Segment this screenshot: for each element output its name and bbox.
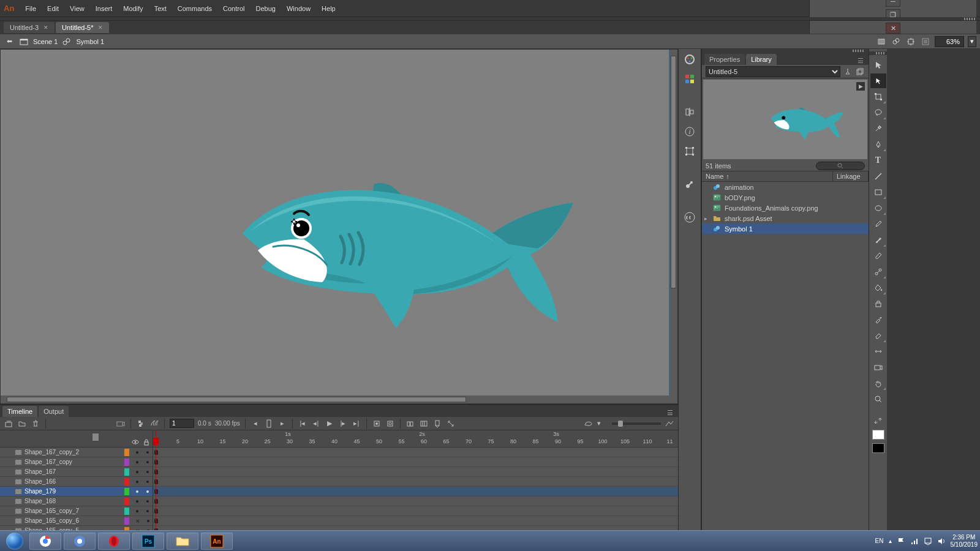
keyframe[interactable] <box>154 499 158 504</box>
visibility-dot[interactable] <box>136 451 138 454</box>
task-chrome[interactable] <box>29 533 61 550</box>
cc-libraries-icon[interactable] <box>683 211 696 224</box>
doc-tab[interactable]: Untitled-3✕ <box>4 22 55 33</box>
layer-row[interactable]: Shape_167_copy <box>0 457 153 467</box>
layer-row[interactable]: Shape_165_copy_6× <box>0 516 153 526</box>
lock-dot[interactable] <box>146 500 149 503</box>
preview-play-button[interactable]: ▶ <box>856 82 865 91</box>
scene-name[interactable]: Scene 1 <box>33 38 58 45</box>
clip-stage-button[interactable] <box>920 36 931 47</box>
layer-color-swatch[interactable] <box>124 459 129 466</box>
tray-network-icon[interactable] <box>910 537 919 545</box>
keyframe[interactable] <box>154 450 158 455</box>
keyframe[interactable] <box>154 489 158 494</box>
ink-bottle-tool[interactable] <box>870 296 886 311</box>
library-document-select[interactable]: Untitled-5 <box>706 66 840 77</box>
lock-dot[interactable] <box>146 461 149 463</box>
timeline-zoom-slider[interactable] <box>612 422 661 425</box>
tab-properties[interactable]: Properties <box>704 54 745 65</box>
visibility-dot[interactable] <box>136 490 138 493</box>
bone-tool[interactable] <box>870 264 886 279</box>
insert-keyframe-btn[interactable] <box>372 419 382 429</box>
library-item[interactable]: Foundations_Animals copy.png <box>702 203 869 213</box>
frame-row[interactable] <box>153 487 678 497</box>
frame-ruler[interactable]: 1510152025303540455055606570758085909510… <box>153 430 678 448</box>
loop-dropdown[interactable]: ▾ <box>597 419 601 427</box>
step-fwd-button[interactable]: ▸ <box>277 419 287 429</box>
minimize-button[interactable]: ─ <box>886 0 900 7</box>
visibility-dot[interactable] <box>136 500 138 503</box>
menu-window[interactable]: Window <box>282 2 315 15</box>
task-chromium[interactable] <box>64 533 96 550</box>
horizontal-scrollbar[interactable] <box>1 395 677 403</box>
tray-clock[interactable]: 2:36 PM 5/10/2019 <box>951 534 978 549</box>
marker-btn[interactable] <box>432 419 442 429</box>
panel-menu-icon[interactable]: ☰ <box>667 409 676 417</box>
scaling-btn[interactable] <box>446 419 456 429</box>
layer-height-slider[interactable] <box>92 433 99 441</box>
lock-dot[interactable] <box>147 520 149 522</box>
visibility-dot[interactable] <box>136 510 138 512</box>
layer-depth-button[interactable] <box>136 419 146 429</box>
menu-commands[interactable]: Commands <box>173 2 217 15</box>
selection-tool[interactable] <box>870 58 886 72</box>
shark-symbol[interactable] <box>236 172 579 331</box>
hidden-icon[interactable]: × <box>135 518 141 524</box>
fit-timeline-btn[interactable] <box>665 419 674 429</box>
new-folder-button[interactable] <box>17 419 27 429</box>
camera-tool[interactable] <box>870 360 886 375</box>
menu-insert[interactable]: Insert <box>91 2 118 15</box>
canvas[interactable] <box>1 50 669 395</box>
lasso-tool[interactable] <box>870 105 886 120</box>
start-button[interactable] <box>2 532 27 550</box>
frame-row[interactable] <box>153 506 678 516</box>
loop-button[interactable] <box>584 419 594 429</box>
library-search[interactable] <box>816 162 865 170</box>
layer-color-swatch[interactable] <box>124 498 129 505</box>
magic-wand-tool[interactable] <box>870 121 886 136</box>
menu-text[interactable]: Text <box>149 2 172 15</box>
tray-volume-icon[interactable] <box>937 537 946 545</box>
pen-tool[interactable] <box>870 137 886 152</box>
align-panel-icon[interactable] <box>683 105 696 119</box>
frame-row[interactable] <box>153 457 678 467</box>
layer-color-swatch[interactable] <box>124 468 129 476</box>
new-layer-button[interactable] <box>4 419 13 429</box>
delete-layer-button[interactable] <box>31 419 40 429</box>
tray-flag-icon[interactable] <box>897 537 905 545</box>
layer-row[interactable]: Shape_168 <box>0 497 153 506</box>
oval-tool[interactable] <box>870 201 886 216</box>
keyframe[interactable] <box>154 470 158 474</box>
menu-edit[interactable]: Edit <box>42 2 64 15</box>
hand-tool[interactable] <box>870 376 886 391</box>
paint-brush-tool[interactable] <box>870 249 886 263</box>
subselection-tool[interactable] <box>870 73 886 88</box>
close-tab-icon[interactable]: ✕ <box>43 24 48 31</box>
lock-icon[interactable] <box>143 438 150 446</box>
menu-help[interactable]: Help <box>317 2 341 15</box>
keyframe[interactable] <box>154 509 158 514</box>
linkage-column-header[interactable]: Linkage <box>833 171 869 181</box>
frame-center-button[interactable] <box>264 419 274 429</box>
vertical-scrollbar[interactable] <box>669 50 677 395</box>
library-item[interactable]: Symbol 1 <box>702 223 869 234</box>
step-back-button[interactable]: ◂ <box>251 419 260 429</box>
onion-skin-button[interactable] <box>149 419 159 429</box>
name-column-header[interactable]: Name↑ <box>702 171 833 181</box>
close-tab-icon[interactable]: ✕ <box>98 24 103 31</box>
lock-dot[interactable] <box>146 471 149 473</box>
task-animate[interactable]: An <box>201 533 233 550</box>
frame-row[interactable] <box>153 448 678 457</box>
lock-dot[interactable] <box>146 451 149 454</box>
layer-color-swatch[interactable] <box>124 449 129 456</box>
tools-grip[interactable] <box>869 51 887 55</box>
edit-multi-frames-btn[interactable] <box>419 419 429 429</box>
task-explorer[interactable] <box>167 533 198 550</box>
layer-color-swatch[interactable] <box>124 517 129 525</box>
keyframe[interactable] <box>154 479 158 484</box>
new-library-panel-button[interactable] <box>855 67 865 77</box>
paint-bucket-tool[interactable] <box>870 280 886 295</box>
menu-modify[interactable]: Modify <box>118 2 148 15</box>
lock-dot[interactable] <box>146 490 149 493</box>
back-button[interactable]: ⬅ <box>4 36 15 47</box>
